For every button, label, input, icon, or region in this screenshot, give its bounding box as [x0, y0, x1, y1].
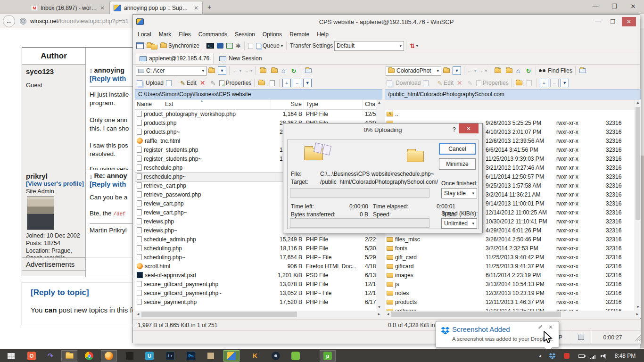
- taskbar-app-winscp[interactable]: [223, 350, 239, 362]
- scrollbar-thumb[interactable]: [391, 312, 561, 317]
- open-directory-icon[interactable]: [206, 66, 217, 76]
- new-file-icon[interactable]: [267, 78, 277, 88]
- menu-remote[interactable]: Remote: [289, 31, 309, 38]
- column-type[interactable]: Type: [304, 99, 363, 109]
- upload-options-icon[interactable]: [165, 78, 175, 88]
- home-directory-icon[interactable]: ⌂: [278, 66, 289, 76]
- browser-restore-button[interactable]: ❐: [607, 3, 621, 10]
- menu-mark[interactable]: Mark: [159, 31, 172, 38]
- download-options-icon[interactable]: [421, 78, 432, 88]
- remote-path-bar[interactable]: /public_html/ColoradoPhotographySchool.c…: [385, 89, 641, 99]
- url-bar[interactable]: winscp.net/forum/viewtopic.php?p=51: [30, 18, 129, 25]
- menu-session[interactable]: Session: [235, 31, 255, 38]
- new-folder-icon[interactable]: [514, 78, 524, 88]
- scroll-left-icon[interactable]: ◄: [385, 311, 391, 318]
- queue-button[interactable]: Queue▾: [255, 41, 284, 51]
- scroll-left-icon[interactable]: ◄: [135, 311, 141, 318]
- taskbar-app-steam[interactable]: [268, 350, 284, 362]
- file-row[interactable]: secure_payment.php17,520 BPHP File6/17: [135, 298, 376, 307]
- back-icon[interactable]: ← ▾: [231, 66, 242, 76]
- parent-dir-row[interactable]: ..: [385, 110, 635, 119]
- gear-icon[interactable]: ✱: [234, 41, 242, 51]
- properties-button[interactable]: Properties: [475, 78, 510, 88]
- scrollbar-thumb[interactable]: [636, 107, 640, 220]
- taskbar-app-firefox[interactable]: [101, 350, 117, 362]
- file-row[interactable]: secure_giftcard_payment.php~13,052 BPHP~…: [135, 289, 376, 298]
- scroll-down-icon[interactable]: ▼: [635, 304, 641, 311]
- taskbar-app-green[interactable]: [288, 350, 304, 362]
- settings-wrench-icon[interactable]: [538, 325, 542, 329]
- filter-icon[interactable]: ▼: [452, 66, 462, 76]
- scroll-up-icon[interactable]: ▲: [376, 99, 382, 106]
- cancel-button[interactable]: Cancel: [439, 143, 476, 155]
- tray-volume-icon[interactable]: ): [599, 349, 608, 362]
- tab-close-icon[interactable]: ✕: [100, 5, 105, 11]
- notification-close-icon[interactable]: ✕: [548, 324, 553, 330]
- taskbar-app-utility[interactable]: [203, 350, 219, 362]
- remote-horizontal-scrollbar[interactable]: ◄ ►: [385, 311, 641, 318]
- select-filter-icon[interactable]: ▼: [302, 78, 313, 88]
- forward-icon[interactable]: → ▾: [242, 66, 253, 76]
- edit-button[interactable]: ✎Edit: [436, 78, 454, 88]
- menu-local[interactable]: Local: [138, 31, 151, 38]
- drive-combo[interactable]: C: Acer▾: [136, 66, 206, 76]
- file-row[interactable]: scheduling.php~17,654 BPHP~ File5/29: [135, 253, 376, 262]
- rename-icon[interactable]: ✎: [465, 78, 475, 88]
- minimize-button[interactable]: Minimize: [439, 158, 476, 170]
- menu-help[interactable]: Help: [317, 31, 329, 38]
- filter-icon[interactable]: ▼: [217, 66, 227, 76]
- winscp-restore-button[interactable]: ❐: [606, 17, 620, 26]
- file-row[interactable]: secure_giftcard_payment.php13,078 BPHP F…: [135, 280, 376, 289]
- reply-with-quote-link[interactable]: [Reply with: [90, 181, 126, 188]
- file-row[interactable]: products12/11/2013 1:46:37 PMrwxr-xr-x32…: [385, 298, 635, 307]
- forward-icon[interactable]: → ▾: [477, 66, 488, 76]
- winscp-titlebar[interactable]: CPS website - applenet@192.185.4.76 - Wi…: [133, 15, 640, 29]
- root-directory-icon[interactable]: /: [503, 66, 513, 76]
- select-filter-icon[interactable]: ▼: [560, 78, 570, 88]
- back-button[interactable]: ←: [3, 15, 15, 27]
- browser-scrollbar-thumb[interactable]: [640, 156, 644, 348]
- properties-button[interactable]: ✓Properties: [218, 78, 253, 88]
- local-horizontal-scrollbar[interactable]: ◄ ►: [135, 311, 382, 318]
- new-folder-icon[interactable]: [256, 78, 267, 88]
- speed-limit-select[interactable]: Unlimited▾: [441, 218, 477, 229]
- transfer-settings-combo[interactable]: Default▾: [334, 41, 404, 51]
- tray-dropbox-icon[interactable]: [547, 349, 557, 362]
- edit-button[interactable]: ✎Edit: [179, 78, 198, 88]
- reply-with-quote-link[interactable]: [Reply with: [90, 75, 126, 82]
- view-profile-link[interactable]: [View user's profile]: [26, 180, 84, 187]
- winscp-minimize-button[interactable]: —: [591, 17, 605, 26]
- file-row[interactable]: js3/13/2014 10:54:13 PMrwxr-xr-x32316: [385, 280, 635, 289]
- select-plus-icon[interactable]: +: [539, 78, 549, 88]
- tray-battery-icon[interactable]: [576, 349, 586, 362]
- reply-to-topic-link[interactable]: [Reply to topic]: [31, 288, 89, 297]
- new-session-tab[interactable]: New Session: [215, 53, 266, 64]
- menu-files[interactable]: Files: [179, 31, 190, 38]
- dialog-close-button[interactable]: ✕: [459, 123, 479, 133]
- delete-button[interactable]: ✕: [198, 78, 208, 88]
- file-row[interactable]: images6/11/2014 2:23:19 PMrwxr-xr-x32316: [385, 271, 635, 280]
- find-files-button[interactable]: Find Files: [538, 66, 573, 76]
- file-row[interactable]: scheduling.php18,116 BPHP File5/30: [135, 244, 376, 253]
- winscp-close-button[interactable]: ✕: [622, 17, 636, 26]
- taskbar-app-utorrent[interactable]: µ: [320, 350, 336, 362]
- remote-directory-combo[interactable]: ColoradoPhot▾: [386, 66, 441, 76]
- column-name[interactable]: NameExt▴: [135, 99, 271, 109]
- parent-directory-icon[interactable]: ↑: [492, 66, 503, 76]
- file-row[interactable]: seal-of-approval.psd1,201 KiBPSD File6/1…: [135, 271, 376, 280]
- home-directory-icon[interactable]: ⌂: [513, 66, 523, 76]
- session-tab-applenet[interactable]: applenet@192.185.4.76: [135, 53, 214, 64]
- select-minus-icon[interactable]: −: [292, 78, 302, 88]
- column-size[interactable]: Size: [271, 99, 304, 109]
- upload-button[interactable]: Upload: [136, 78, 165, 88]
- tray-hidden-icons-chevron[interactable]: ▲: [537, 349, 544, 362]
- browser-minimize-button[interactable]: —: [588, 3, 603, 10]
- select-plus-icon[interactable]: +: [281, 78, 292, 88]
- file-row[interactable]: scroll.html906 BFirefox HTML Doc...4/18: [135, 262, 376, 271]
- file-row[interactable]: gift_card11/25/2013 9:40:42 PMrwxr-xr-x3…: [385, 253, 635, 262]
- file-row[interactable]: product_photography_workshop.php1,164 BP…: [135, 110, 376, 119]
- once-finished-select[interactable]: Stay idle▾: [441, 188, 477, 198]
- menu-options[interactable]: Options: [263, 31, 282, 38]
- layout-grid-icon[interactable]: [135, 41, 145, 51]
- taskbar-app-copy[interactable]: ↷: [42, 350, 58, 362]
